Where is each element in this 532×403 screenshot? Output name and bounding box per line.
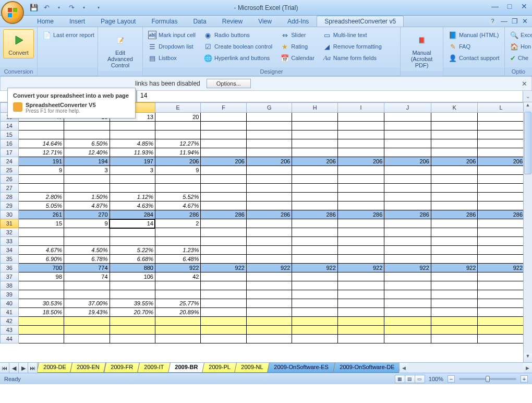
cell-L44[interactable]: [478, 335, 523, 343]
cell-E44[interactable]: [155, 335, 200, 343]
cell-I44[interactable]: [337, 335, 384, 343]
cell-H33[interactable]: [292, 237, 337, 246]
cell-L14[interactable]: [478, 122, 523, 131]
cell-E35[interactable]: 6.48%: [155, 255, 200, 264]
ribbon-tab-page-layout[interactable]: Page Layout: [93, 16, 143, 27]
cell-G24[interactable]: 206: [246, 157, 292, 166]
cell-G29[interactable]: [246, 202, 292, 210]
cell-K37[interactable]: [431, 272, 478, 281]
cell-B25[interactable]: 9: [18, 166, 64, 175]
row-header-44[interactable]: 44: [1, 335, 19, 343]
cell-C37[interactable]: 74: [64, 272, 110, 281]
cell-B36[interactable]: 700: [18, 264, 64, 272]
cell-L25[interactable]: [478, 166, 523, 175]
row-header-42[interactable]: 42: [1, 317, 19, 326]
cell-L33[interactable]: [478, 237, 523, 246]
cell-B24[interactable]: 191: [18, 157, 64, 166]
cell-E27[interactable]: [155, 184, 200, 193]
excel-button[interactable]: 🔍Exce: [508, 29, 529, 41]
cell-F37[interactable]: [201, 272, 246, 281]
cell-F29[interactable]: [201, 202, 246, 210]
cell-H24[interactable]: 206: [292, 157, 337, 166]
cell-L26[interactable]: [478, 175, 523, 184]
cell-C26[interactable]: [64, 175, 110, 184]
cell-G37[interactable]: [246, 272, 292, 281]
cell-C15[interactable]: [64, 131, 110, 139]
cell-C44[interactable]: [64, 335, 110, 343]
zoom-in-button[interactable]: +: [521, 375, 528, 383]
cell-K42[interactable]: [431, 317, 478, 326]
cell-F33[interactable]: [201, 237, 246, 246]
row-header-36[interactable]: 36: [1, 264, 19, 272]
radio-buttons-button[interactable]: ◉Radio buttons: [202, 29, 274, 41]
row-header-37[interactable]: 37: [1, 272, 19, 281]
cell-J39[interactable]: [384, 290, 431, 299]
calendar-button[interactable]: 📅Calendar: [279, 52, 317, 64]
cell-E14[interactable]: [155, 122, 200, 131]
cell-E32[interactable]: [155, 228, 200, 237]
cell-H28[interactable]: [292, 193, 337, 202]
check-button[interactable]: ✔Che: [508, 52, 529, 64]
cell-F15[interactable]: [201, 131, 246, 139]
col-header-E[interactable]: E: [155, 103, 200, 113]
cell-D32[interactable]: [110, 228, 155, 237]
cell-I28[interactable]: [337, 193, 384, 202]
cell-E41[interactable]: 20.89%: [155, 308, 200, 317]
scroll-left-icon[interactable]: ◀: [400, 363, 408, 373]
cell-G42[interactable]: [246, 317, 292, 326]
cell-B39[interactable]: [18, 290, 64, 299]
cell-L34[interactable]: [478, 246, 523, 255]
sheet-nav-first-icon[interactable]: ⏮: [0, 363, 9, 373]
cell-F36[interactable]: 922: [201, 264, 246, 272]
cell-J42[interactable]: [384, 317, 431, 326]
cell-L13[interactable]: [478, 113, 523, 122]
col-header-H[interactable]: H: [292, 103, 337, 113]
cell-C42[interactable]: [64, 317, 110, 326]
help-icon[interactable]: ?: [489, 17, 497, 25]
cell-D30[interactable]: 284: [110, 210, 155, 219]
cell-I30[interactable]: 286: [337, 210, 384, 219]
cell-H41[interactable]: [292, 308, 337, 317]
row-header-26[interactable]: 26: [1, 175, 19, 184]
cell-B16[interactable]: 14.64%: [18, 139, 64, 148]
cell-I33[interactable]: [337, 237, 384, 246]
cell-J25[interactable]: [384, 166, 431, 175]
cell-C32[interactable]: [64, 228, 110, 237]
cell-L37[interactable]: [478, 272, 523, 281]
cell-F30[interactable]: 286: [201, 210, 246, 219]
cell-C28[interactable]: 1.50%: [64, 193, 110, 202]
cell-K24[interactable]: 206: [431, 157, 478, 166]
row-header-28[interactable]: 28: [1, 193, 19, 202]
sheet-tab-2009-OnSoftware-ES[interactable]: 2009-OnSoftware-ES: [267, 363, 335, 373]
cell-C14[interactable]: [64, 122, 110, 131]
cell-F13[interactable]: [201, 113, 246, 122]
cell-L30[interactable]: 286: [478, 210, 523, 219]
undo-dropdown-icon[interactable]: ▾: [54, 3, 64, 13]
listbox-button[interactable]: ▤Listbox: [146, 52, 198, 64]
cell-D38[interactable]: [110, 281, 155, 290]
cell-C38[interactable]: [64, 281, 110, 290]
cell-C17[interactable]: 12.40%: [64, 148, 110, 157]
manual-pdf-button[interactable]: 📕 Manual (Acrobat PDF): [404, 29, 440, 71]
cell-J44[interactable]: [384, 335, 431, 343]
cell-G36[interactable]: 922: [246, 264, 292, 272]
cell-G39[interactable]: [246, 290, 292, 299]
cell-J13[interactable]: [384, 113, 431, 122]
cell-K26[interactable]: [431, 175, 478, 184]
minimize-ribbon-button[interactable]: —: [501, 17, 507, 25]
last-error-button[interactable]: 📄Last error report: [41, 29, 94, 41]
ribbon-tab-spreadsheetconverter-v5[interactable]: SpreadsheetConverter v5: [317, 16, 404, 27]
cell-L36[interactable]: 922: [478, 264, 523, 272]
cell-D35[interactable]: 6.68%: [110, 255, 155, 264]
cell-L39[interactable]: [478, 290, 523, 299]
cell-E24[interactable]: 206: [155, 157, 200, 166]
cell-I36[interactable]: 922: [337, 264, 384, 272]
cell-B17[interactable]: 12.71%: [18, 148, 64, 157]
cell-G16[interactable]: [246, 139, 292, 148]
cell-G14[interactable]: [246, 122, 292, 131]
row-header-39[interactable]: 39: [1, 290, 19, 299]
ribbon-tab-view[interactable]: View: [250, 16, 280, 27]
cell-L42[interactable]: [478, 317, 523, 326]
cell-L38[interactable]: [478, 281, 523, 290]
redo-dropdown-icon[interactable]: ▾: [79, 3, 89, 13]
